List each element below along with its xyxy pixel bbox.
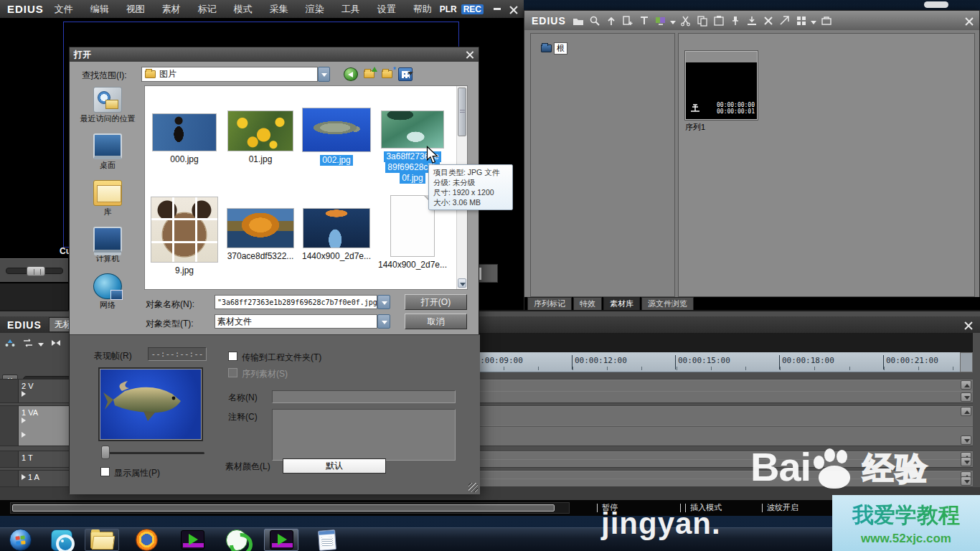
bin-capture-icon[interactable] <box>745 14 759 27</box>
poster-slider[interactable] <box>107 452 204 454</box>
file-item[interactable]: 000.jpg <box>147 106 222 165</box>
menu-item-视图[interactable]: 视图 <box>123 1 149 17</box>
bin-close-icon[interactable] <box>965 17 974 25</box>
look-in-dropdown-icon[interactable] <box>318 67 330 82</box>
up-one-level-button[interactable] <box>363 67 377 81</box>
menu-item-文件[interactable]: 文件 <box>51 1 77 17</box>
comment-input[interactable] <box>272 409 456 461</box>
preview-slider-thumb[interactable] <box>27 266 45 276</box>
clip-name-input[interactable] <box>272 390 456 403</box>
bin-view-icon[interactable] <box>795 14 809 27</box>
rec-mode-badge[interactable]: REC <box>461 4 484 14</box>
menu-item-标记[interactable]: 标记 <box>194 1 220 17</box>
file-item[interactable]: 370ace8df5322... <box>223 192 298 262</box>
track-expander-icon[interactable] <box>22 391 26 397</box>
file-item[interactable]: 01.jpg <box>223 106 298 165</box>
bin-tab-特效[interactable]: 特效 <box>573 297 602 310</box>
bin-delete-icon[interactable] <box>762 14 776 27</box>
preview-slider[interactable] <box>6 268 63 274</box>
filetype-combo[interactable]: 素材文件 <box>215 314 377 329</box>
bin-tab-序列标记[interactable]: 序列标记 <box>527 297 572 310</box>
dialog-close-icon[interactable] <box>466 50 474 59</box>
file-item[interactable]: 002.jpg <box>299 106 374 166</box>
hscrollbar-thumb[interactable] <box>12 504 555 512</box>
bin-toolbox-icon[interactable] <box>820 14 834 27</box>
file-list[interactable]: 000.jpg01.jpg002.jpg3a68ff27363e89f69628… <box>144 85 468 290</box>
track-scroll-down-icon[interactable] <box>961 476 971 486</box>
taskbar-browser-360-button[interactable] <box>220 529 254 551</box>
menu-item-采集[interactable]: 采集 <box>266 1 292 17</box>
timeline-close-icon[interactable] <box>964 321 973 329</box>
menu-item-帮助[interactable]: 帮助 <box>410 1 435 17</box>
menu-item-编辑[interactable]: 编辑 <box>87 1 113 17</box>
place-recent[interactable]: 最近访问的位置 <box>75 87 140 123</box>
place-library[interactable]: 库 <box>75 180 140 217</box>
menu-item-素材[interactable]: 素材 <box>159 1 184 17</box>
bin-paste-icon[interactable] <box>712 14 726 27</box>
filetype-dropdown-icon[interactable] <box>377 314 390 329</box>
track-scroll-down-icon[interactable] <box>961 457 971 466</box>
timeline-left-swap-icon[interactable] <box>21 336 34 349</box>
show-properties-checkbox[interactable] <box>100 467 110 476</box>
taskbar-edius-button[interactable] <box>175 529 209 551</box>
filename-dropdown-icon[interactable] <box>377 295 390 309</box>
file-item[interactable]: 1440x900_2d7e... <box>299 192 374 262</box>
bin-monitor-caret-icon[interactable] <box>670 21 676 24</box>
taskbar-start-button[interactable] <box>6 529 34 551</box>
dialog-resize-grip[interactable] <box>468 483 478 492</box>
back-button[interactable] <box>344 67 358 81</box>
file-item[interactable]: 9.jpg <box>147 192 222 276</box>
poster-timecode-field[interactable]: --:--:--:-- <box>148 347 207 361</box>
bin-copy-icon[interactable] <box>696 14 710 27</box>
close-icon[interactable] <box>509 5 518 14</box>
cancel-button[interactable]: 取消 <box>405 314 467 329</box>
filename-input[interactable]: "3a68ff27363e1b289f69628c7b7f0e0f.jpg <box>215 295 377 309</box>
timeline-left-swap-caret-icon[interactable] <box>38 343 44 347</box>
clip-color-default-button[interactable]: 默认 <box>283 458 386 474</box>
track-scroll-down-icon[interactable] <box>961 392 971 402</box>
taskbar-firefox-button[interactable] <box>129 529 164 551</box>
new-folder-button[interactable]: * <box>381 67 395 81</box>
bin-view-caret-icon[interactable] <box>811 21 816 24</box>
bin-monitor-icon[interactable] <box>654 14 668 27</box>
menu-item-模式[interactable]: 模式 <box>230 1 256 17</box>
track-scroll-up-icon[interactable] <box>961 407 971 416</box>
taskbar-edius-active-button[interactable] <box>264 529 298 551</box>
timeline-left-bowtie-icon[interactable] <box>49 336 62 349</box>
transfer-checkbox[interactable] <box>228 352 237 361</box>
bin-tab-素材库[interactable]: 素材库 <box>603 297 640 310</box>
look-in-combo[interactable]: 图片 <box>141 67 318 82</box>
menu-item-工具[interactable]: 工具 <box>338 1 364 17</box>
bin-up-icon[interactable] <box>605 14 618 27</box>
menu-item-设置[interactable]: 设置 <box>374 1 400 17</box>
bin-add-clip-icon[interactable] <box>621 14 635 27</box>
place-desktop[interactable]: 桌面 <box>75 133 140 170</box>
dialog-titlebar[interactable]: 打开 <box>70 47 479 62</box>
poster-slider-thumb[interactable] <box>101 446 110 459</box>
timeline-hscrollbar[interactable] <box>10 502 570 514</box>
view-menu-caret-icon[interactable] <box>407 72 413 75</box>
plr-mode-label[interactable]: PLR <box>440 4 457 14</box>
open-button[interactable]: 打开(O) <box>405 294 467 310</box>
taskbar-notepad-button[interactable] <box>310 529 344 551</box>
bin-cut-icon[interactable] <box>679 14 693 27</box>
bin-pin-icon[interactable] <box>729 14 743 27</box>
place-network[interactable]: 网络 <box>75 273 140 310</box>
bin-tab-源文件浏览[interactable]: 源文件浏览 <box>641 297 694 310</box>
track-scroll-up-icon[interactable] <box>961 380 971 390</box>
taskbar-explorer-button[interactable] <box>85 529 119 551</box>
track-expander-icon[interactable] <box>22 432 26 438</box>
minimize-icon[interactable] <box>494 8 501 10</box>
taskbar-media-player-button[interactable] <box>44 529 79 551</box>
bin-folder-icon[interactable] <box>572 14 585 27</box>
sequence-clip-card[interactable]: 00:00:00:00 00:00:00:01 <box>685 51 758 120</box>
menu-item-渲染[interactable]: 渲染 <box>302 1 328 17</box>
bin-search-icon[interactable] <box>588 14 602 27</box>
bin-title-icon[interactable] <box>638 14 651 27</box>
bin-trim-icon[interactable] <box>778 14 792 27</box>
scrollbar-thumb[interactable] <box>458 88 466 136</box>
timeline-left-inout-icon[interactable] <box>3 336 17 349</box>
folder-tree-item-root[interactable]: 根 <box>541 42 567 55</box>
track-expander-icon[interactable] <box>22 418 26 423</box>
scrollbar-down-icon[interactable] <box>458 278 466 288</box>
